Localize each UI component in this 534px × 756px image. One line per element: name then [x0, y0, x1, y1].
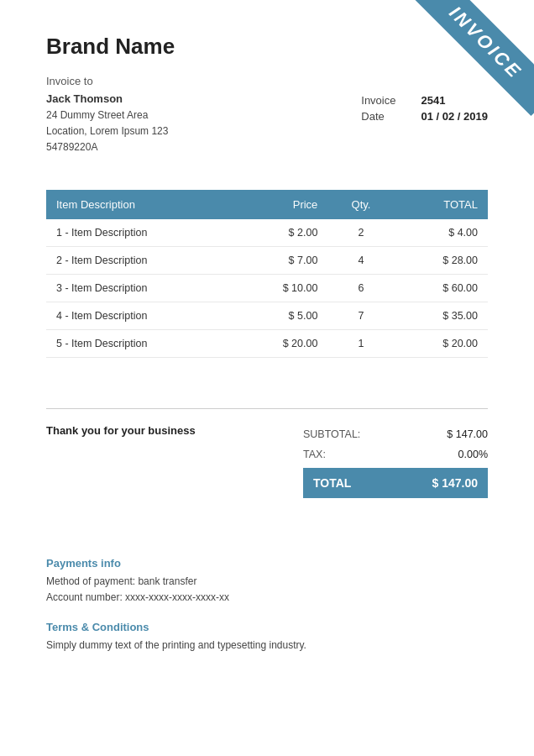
total-row: TOTAL $ 147.00	[303, 468, 488, 498]
row-qty: 4	[327, 246, 394, 274]
invoice-ribbon-text: INVOICE	[412, 0, 534, 116]
subtotal-label: SUBTOTAL:	[303, 428, 360, 440]
row-price: $ 7.00	[234, 246, 327, 274]
col-qty: Qty.	[327, 190, 394, 219]
row-total: $ 20.00	[395, 329, 488, 357]
client-address-line1: 24 Dummy Street Area	[46, 109, 148, 121]
row-price: $ 10.00	[234, 274, 327, 302]
col-total: TOTAL	[395, 190, 488, 219]
table-row: 2 - Item Description $ 7.00 4 $ 28.00	[46, 246, 488, 274]
client-address-line3: 54789220A	[46, 141, 97, 153]
table-header-row: Item Description Price Qty. TOTAL	[46, 190, 488, 219]
payments-line2: Account number: xxxx-xxxx-xxxx-xxxx-xx	[46, 591, 229, 603]
payments-text: Method of payment: bank transfer Account…	[46, 574, 488, 606]
table-row: 4 - Item Description $ 5.00 7 $ 35.00	[46, 302, 488, 329]
tax-value: 0.00%	[458, 449, 488, 460]
thank-you-text: Thank you for your business	[46, 424, 196, 437]
total-value: $ 147.00	[432, 476, 479, 490]
client-address: 24 Dummy Street Area Location, Lorem Ips…	[46, 108, 361, 156]
subtotal-value: $ 147.00	[447, 428, 488, 440]
items-table: Item Description Price Qty. TOTAL 1 - It…	[46, 190, 488, 358]
tax-row: TAX: 0.00%	[303, 444, 488, 465]
row-total: $ 35.00	[395, 302, 488, 329]
row-qty: 2	[327, 219, 394, 247]
subtotal-row: SUBTOTAL: $ 147.00	[303, 424, 488, 444]
row-description: 1 - Item Description	[46, 219, 234, 247]
invoice-label: Invoice	[361, 94, 395, 107]
payments-line1: Method of payment: bank transfer	[46, 575, 196, 587]
terms-heading: Terms & Conditions	[46, 621, 488, 633]
row-total: $ 28.00	[395, 246, 488, 274]
row-price: $ 5.00	[234, 302, 327, 329]
row-qty: 7	[327, 302, 394, 329]
row-description: 3 - Item Description	[46, 274, 234, 302]
row-total: $ 4.00	[395, 219, 488, 247]
row-price: $ 20.00	[234, 329, 327, 357]
row-qty: 1	[327, 329, 394, 357]
tax-label: TAX:	[303, 449, 326, 460]
total-label: TOTAL	[313, 476, 351, 490]
row-price: $ 2.00	[234, 219, 327, 247]
client-name: Jack Thomson	[46, 92, 361, 105]
row-qty: 6	[327, 274, 394, 302]
client-address-line2: Location, Lorem Ipsum 123	[46, 125, 168, 137]
col-description: Item Description	[46, 190, 234, 219]
table-row: 1 - Item Description $ 2.00 2 $ 4.00	[46, 219, 488, 247]
totals-section: SUBTOTAL: $ 147.00 TAX: 0.00% TOTAL $ 14…	[303, 424, 488, 498]
row-description: 4 - Item Description	[46, 302, 234, 329]
payments-heading: Payments info	[46, 557, 488, 570]
terms-text: Simply dummy text of the printing and ty…	[46, 638, 488, 654]
row-total: $ 60.00	[395, 274, 488, 302]
col-price: Price	[234, 190, 327, 219]
invoice-meta-labels: Invoice Date	[361, 94, 395, 123]
table-row: 5 - Item Description $ 20.00 1 $ 20.00	[46, 329, 488, 357]
table-row: 3 - Item Description $ 10.00 6 $ 60.00	[46, 274, 488, 302]
date-label: Date	[361, 110, 395, 123]
bottom-section: Payments info Method of payment: bank tr…	[46, 549, 488, 654]
invoice-ribbon: INVOICE	[400, 0, 534, 134]
row-description: 5 - Item Description	[46, 329, 234, 357]
row-description: 2 - Item Description	[46, 246, 234, 274]
client-info: Jack Thomson 24 Dummy Street Area Locati…	[46, 92, 361, 156]
footer-section: Thank you for your business SUBTOTAL: $ …	[46, 408, 488, 498]
